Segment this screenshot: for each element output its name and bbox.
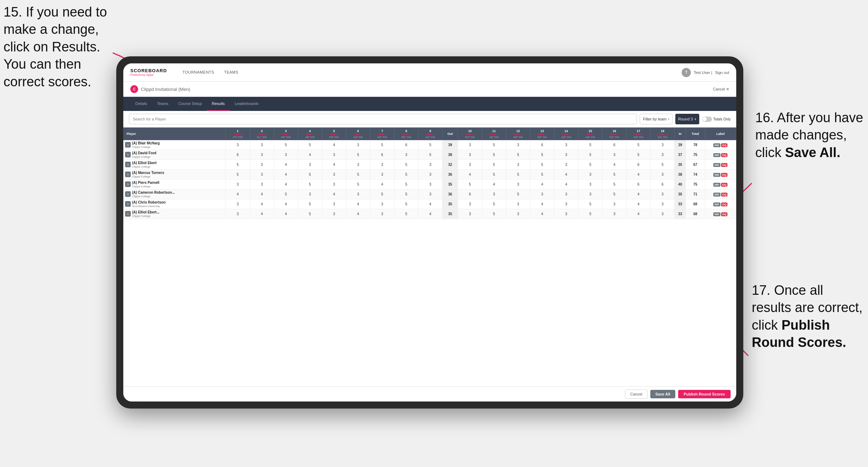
score-h4[interactable] (298, 209, 322, 219)
dq-button[interactable]: DQ (721, 203, 727, 206)
cancel-tournament-button[interactable]: Cancel ✕ (713, 87, 729, 92)
score-h18[interactable] (651, 199, 675, 209)
score-input-h13[interactable] (539, 182, 546, 186)
tab-results[interactable]: Results (207, 97, 230, 111)
score-input-h12[interactable] (515, 143, 522, 147)
dq-button[interactable]: DQ (721, 212, 727, 216)
score-h5[interactable] (322, 180, 346, 189)
score-h15[interactable] (578, 180, 602, 189)
dq-button[interactable]: DQ (721, 173, 727, 177)
wd-button[interactable]: WD (713, 173, 720, 177)
score-input-h9[interactable] (427, 163, 434, 167)
score-h12[interactable] (506, 199, 530, 209)
wd-button[interactable]: WD (713, 183, 720, 187)
score-h18[interactable] (651, 209, 675, 219)
score-input-h17[interactable] (635, 182, 642, 186)
score-h17[interactable] (626, 170, 650, 180)
score-h8[interactable] (394, 160, 418, 170)
score-h17[interactable] (626, 140, 650, 150)
score-input-h14[interactable] (563, 182, 570, 186)
score-h3[interactable] (274, 150, 298, 160)
dq-button[interactable]: DQ (721, 183, 727, 187)
score-input-h11[interactable] (490, 163, 497, 167)
score-h6[interactable] (346, 189, 370, 199)
score-input-h3[interactable] (283, 143, 290, 147)
score-h11[interactable] (482, 150, 506, 160)
score-input-h17[interactable] (635, 163, 642, 167)
score-h18[interactable] (651, 170, 675, 180)
score-input-h16[interactable] (611, 153, 618, 157)
score-h7[interactable] (370, 209, 394, 219)
score-input-h5[interactable] (330, 202, 337, 206)
score-h7[interactable] (370, 180, 394, 189)
score-input-h9[interactable] (427, 202, 434, 206)
score-h12[interactable] (506, 189, 530, 199)
score-h6[interactable] (346, 150, 370, 160)
score-input-h6[interactable] (355, 182, 362, 186)
score-input-h17[interactable] (635, 202, 642, 206)
score-h12[interactable] (506, 160, 530, 170)
score-h1[interactable] (226, 170, 250, 180)
score-h12[interactable] (506, 209, 530, 219)
score-input-h2[interactable] (258, 153, 265, 157)
nav-tournaments[interactable]: TOURNAMENTS (178, 63, 219, 82)
score-input-h10[interactable] (466, 202, 473, 206)
score-h3[interactable] (274, 160, 298, 170)
score-input-h10[interactable] (466, 212, 473, 216)
score-input-h1[interactable] (234, 192, 241, 196)
score-h8[interactable] (394, 140, 418, 150)
score-input-h7[interactable] (379, 143, 386, 147)
score-h9[interactable] (418, 180, 442, 189)
score-h1[interactable] (226, 180, 250, 189)
score-input-h9[interactable] (427, 212, 434, 216)
score-h13[interactable] (530, 150, 554, 160)
score-h5[interactable] (322, 150, 346, 160)
score-input-h8[interactable] (403, 163, 410, 167)
dq-button[interactable]: DQ (721, 193, 727, 197)
score-h13[interactable] (530, 209, 554, 219)
score-input-h1[interactable] (234, 173, 241, 176)
score-input-h17[interactable] (635, 143, 642, 147)
score-input-h3[interactable] (283, 192, 290, 196)
score-input-h6[interactable] (355, 212, 362, 216)
score-input-h5[interactable] (330, 163, 337, 167)
score-input-h7[interactable] (379, 163, 386, 167)
score-input-h4[interactable] (306, 182, 314, 186)
publish-round-scores-button[interactable]: Publish Round Scores (678, 390, 731, 398)
score-input-h16[interactable] (611, 173, 618, 176)
search-input[interactable] (129, 114, 637, 124)
score-input-h10[interactable] (466, 182, 473, 186)
score-input-h15[interactable] (587, 173, 594, 176)
score-h5[interactable] (322, 209, 346, 219)
score-h10[interactable] (458, 180, 482, 189)
score-input-h3[interactable] (283, 182, 290, 186)
score-input-h11[interactable] (490, 212, 497, 216)
score-input-h17[interactable] (635, 153, 642, 157)
score-input-h11[interactable] (490, 202, 497, 206)
score-input-h14[interactable] (563, 202, 570, 206)
wd-button[interactable]: WD (713, 143, 720, 147)
score-h11[interactable] (482, 209, 506, 219)
wd-button[interactable]: WD (713, 153, 720, 157)
score-input-h3[interactable] (283, 153, 290, 157)
score-h8[interactable] (394, 170, 418, 180)
score-h14[interactable] (554, 150, 578, 160)
score-h5[interactable] (322, 170, 346, 180)
score-h14[interactable] (554, 170, 578, 180)
score-h5[interactable] (322, 189, 346, 199)
score-input-h7[interactable] (379, 192, 386, 196)
score-input-h5[interactable] (330, 173, 337, 176)
score-h7[interactable] (370, 170, 394, 180)
score-input-h1[interactable] (234, 163, 241, 167)
score-h11[interactable] (482, 180, 506, 189)
score-input-h10[interactable] (466, 192, 473, 196)
score-input-h9[interactable] (427, 153, 434, 157)
wd-button[interactable]: WD (713, 193, 720, 197)
score-h11[interactable] (482, 160, 506, 170)
score-h7[interactable] (370, 199, 394, 209)
score-h5[interactable] (322, 199, 346, 209)
score-h7[interactable] (370, 150, 394, 160)
score-h15[interactable] (578, 170, 602, 180)
nav-teams[interactable]: TEAMS (219, 63, 243, 82)
score-input-h15[interactable] (587, 212, 594, 216)
